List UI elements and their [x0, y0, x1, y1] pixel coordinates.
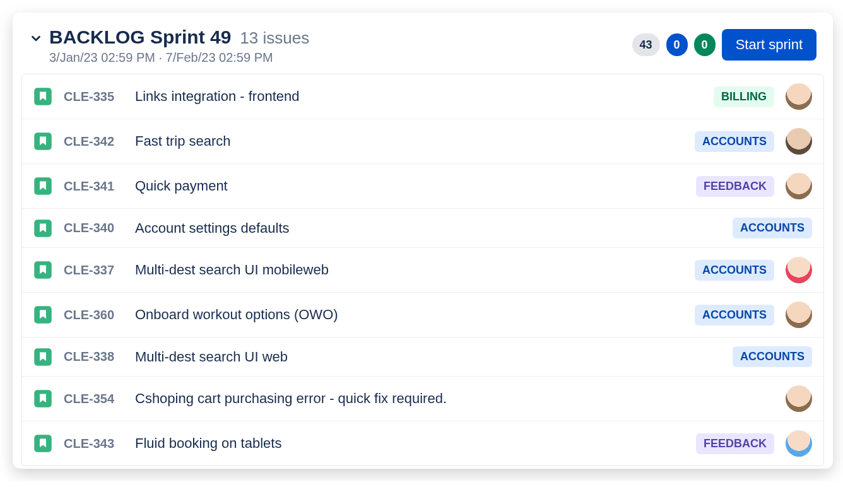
issue-summary: Fluid booking on tablets	[135, 435, 685, 452]
assignee-avatar[interactable]	[786, 128, 812, 155]
issue-row[interactable]: CLE-354Cshoping cart purchasing error - …	[22, 377, 823, 421]
story-icon	[33, 348, 52, 366]
sprint-issue-count: 13 issues	[240, 28, 309, 48]
issue-summary: Quick payment	[135, 178, 685, 194]
issue-key: CLE-338	[64, 349, 124, 364]
issue-row[interactable]: CLE-335Links integration - frontendBILLI…	[22, 74, 823, 119]
assignee-avatar[interactable]	[786, 302, 812, 328]
issue-label[interactable]: ACCOUNTS	[695, 131, 774, 152]
backlog-panel: BACKLOG Sprint 49 13 issues 3/Jan/23 02:…	[13, 13, 833, 469]
count-done[interactable]: 0	[694, 33, 716, 56]
issue-label[interactable]: ACCOUNTS	[733, 218, 812, 238]
issue-summary: Account settings defaults	[135, 220, 721, 237]
story-icon	[33, 261, 52, 279]
story-icon	[33, 177, 52, 196]
story-icon	[33, 434, 52, 453]
issue-key: CLE-342	[64, 134, 124, 149]
issue-summary: Cshoping cart purchasing error - quick f…	[135, 390, 774, 407]
assignee-avatar[interactable]	[786, 430, 812, 457]
issue-key: CLE-360	[64, 308, 124, 322]
issue-label[interactable]: ACCOUNTS	[733, 346, 812, 367]
start-sprint-button[interactable]: Start sprint	[722, 29, 816, 61]
story-icon	[33, 132, 52, 151]
assignee-avatar[interactable]	[786, 83, 812, 110]
assignee-avatar[interactable]	[786, 257, 812, 283]
issue-label[interactable]: BILLING	[714, 86, 774, 107]
story-icon	[33, 305, 52, 324]
issue-key: CLE-335	[64, 90, 124, 104]
issue-row[interactable]: CLE-342Fast trip searchACCOUNTS	[22, 119, 823, 164]
issue-label[interactable]: FEEDBACK	[696, 176, 774, 197]
issue-summary: Onboard workout options (OWO)	[135, 307, 683, 323]
sprint-dates: 3/Jan/23 02:59 PM · 7/Feb/23 02:59 PM	[49, 50, 309, 65]
issue-row[interactable]: CLE-341Quick paymentFEEDBACK	[22, 164, 823, 209]
issue-row[interactable]: CLE-360Onboard workout options (OWO)ACCO…	[22, 293, 823, 337]
issue-summary: Links integration - frontend	[135, 88, 702, 105]
issue-label[interactable]: ACCOUNTS	[695, 305, 774, 325]
issue-key: CLE-341	[64, 179, 124, 194]
sprint-title: BACKLOG Sprint 49	[49, 26, 231, 48]
count-todo[interactable]: 43	[632, 33, 660, 56]
issue-label[interactable]: FEEDBACK	[696, 433, 774, 454]
sprint-title-block: BACKLOG Sprint 49 13 issues 3/Jan/23 02:…	[49, 26, 309, 65]
chevron-down-icon[interactable]	[29, 32, 43, 45]
issue-row[interactable]: CLE-337Multi-dest search UI mobilewebACC…	[22, 248, 823, 293]
story-icon	[33, 87, 52, 106]
count-in-progress[interactable]: 0	[666, 33, 688, 56]
issue-key: CLE-337	[64, 263, 124, 278]
story-icon	[33, 389, 52, 408]
issue-key: CLE-343	[64, 437, 124, 451]
issue-key: CLE-354	[64, 392, 124, 406]
issue-list: CLE-335Links integration - frontendBILLI…	[21, 74, 824, 466]
sprint-header-left: BACKLOG Sprint 49 13 issues 3/Jan/23 02:…	[29, 26, 309, 65]
assignee-avatar[interactable]	[786, 385, 812, 412]
story-icon	[33, 219, 52, 238]
issue-label[interactable]: ACCOUNTS	[695, 260, 774, 281]
issue-row[interactable]: CLE-338Multi-dest search UI webACCOUNTS	[22, 337, 823, 377]
issue-row[interactable]: CLE-343Fluid booking on tabletsFEEDBACK	[22, 421, 823, 466]
sprint-header-right: 43 0 0 Start sprint	[632, 29, 816, 61]
issue-key: CLE-340	[64, 221, 124, 235]
issue-summary: Fast trip search	[135, 133, 683, 149]
issue-summary: Multi-dest search UI mobileweb	[135, 262, 683, 278]
sprint-header: BACKLOG Sprint 49 13 issues 3/Jan/23 02:…	[13, 13, 833, 74]
issue-row[interactable]: CLE-340Account settings defaultsACCOUNTS	[22, 209, 823, 248]
issue-summary: Multi-dest search UI web	[135, 349, 721, 365]
assignee-avatar[interactable]	[786, 173, 812, 199]
